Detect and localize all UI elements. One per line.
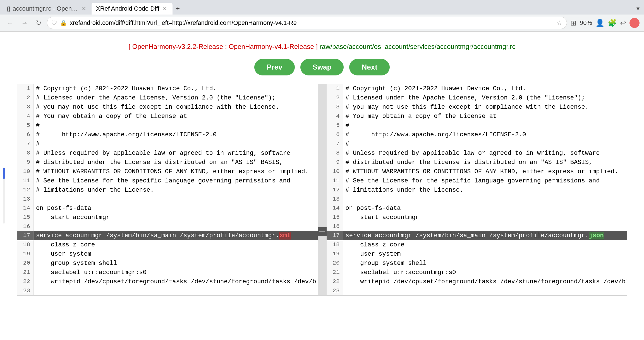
extensions-icon[interactable]: ⊞	[570, 19, 576, 27]
line-number-right-5: 5	[327, 121, 343, 130]
line-number-left-4: 4	[17, 112, 34, 121]
connector-cell-11	[318, 182, 327, 191]
connector-cell-4	[318, 120, 327, 129]
line-content-right-16	[343, 222, 627, 231]
line-number-left-7: 7	[17, 139, 34, 149]
tab1-icon: {}	[7, 6, 10, 12]
tab2-title: XRef Android Code Diff	[96, 5, 159, 12]
line-number-right-12: 12	[327, 186, 343, 195]
tab2-close-button[interactable]: ✕	[162, 5, 168, 12]
diff-line-right-2: 2# Licensed under the Apache License, Ve…	[327, 93, 627, 103]
tab-2[interactable]: XRef Android Code Diff ✕	[92, 3, 173, 15]
line-content-left-17: service accountmgr /system/bin/sa_main /…	[34, 231, 318, 240]
diff-line-left-5: 5#	[17, 121, 318, 130]
line-content-right-19: user system	[343, 249, 627, 259]
prev-button[interactable]: Prev	[254, 59, 295, 75]
connector-cell-5	[318, 129, 327, 138]
line-content-left-20: group system shell	[34, 259, 318, 268]
line-number-right-9: 9	[327, 158, 343, 167]
diff-line-right-8: 8# Unless required by applicable law or …	[327, 149, 627, 158]
new-tab-button[interactable]: +	[173, 2, 183, 15]
line-content-right-4: # You may obtain a copy of the License a…	[343, 112, 627, 121]
diff-line-right-4: 4# You may obtain a copy of the License …	[327, 112, 627, 121]
line-content-left-12: # limitations under the License.	[34, 186, 318, 195]
diff-line-left-16: 16	[17, 222, 318, 231]
line-content-left-23	[34, 286, 318, 295]
diff-line-right-16: 16	[327, 222, 627, 231]
account-icon[interactable]	[629, 18, 640, 28]
connector-cell-21	[318, 272, 327, 281]
line-content-right-15: start accountmgr	[343, 213, 627, 222]
line-content-right-17: service accountmgr /system/bin/sa_main /…	[343, 231, 627, 240]
line-number-right-22: 22	[327, 277, 343, 286]
line-content-right-6: # http://www.apache.org/licenses/LICENSE…	[343, 130, 627, 139]
line-content-right-13	[343, 195, 627, 204]
line-number-left-11: 11	[17, 176, 34, 186]
line-number-right-20: 20	[327, 259, 343, 268]
line-number-right-19: 19	[327, 249, 343, 259]
line-content-right-8: # Unless required by applicable law or a…	[343, 149, 627, 158]
line-content-right-21: seclabel u:r:accountmgr:s0	[343, 268, 627, 277]
profile-icon[interactable]: 👤	[595, 19, 604, 27]
line-number-right-13: 13	[327, 195, 343, 204]
connector-cell-16	[318, 227, 327, 236]
history-icon[interactable]: ↩	[620, 19, 626, 27]
line-content-left-8: # Unless required by applicable law or a…	[34, 149, 318, 158]
diff-line-left-12: 12# limitations under the License.	[17, 186, 318, 195]
line-content-right-5: #	[343, 121, 627, 130]
line-content-left-14: on post-fs-data	[34, 204, 318, 213]
diff-line-left-3: 3# you may not use this file except in c…	[17, 103, 318, 112]
connector-cell-8	[318, 156, 327, 165]
line-content-left-11: # See the License for the specific langu…	[34, 176, 318, 186]
diff-line-right-12: 12# limitations under the License.	[327, 186, 627, 195]
line-content-left-7: #	[34, 139, 318, 149]
puzzle-icon[interactable]: 🧩	[608, 19, 617, 27]
diff-line-left-10: 10# WITHOUT WARRANTIES OR CONDITIONS OF …	[17, 167, 318, 176]
diff-line-left-1: 1# Copyright (c) 2021-2022 Huawei Device…	[17, 84, 318, 93]
line-number-right-15: 15	[327, 213, 343, 222]
refresh-button[interactable]: ↻	[33, 17, 44, 29]
line-content-left-18: class z_core	[34, 240, 318, 249]
line-content-right-3: # you may not use this file except in co…	[343, 103, 627, 112]
url-bar[interactable]: 🛡 🔒 xrefandroid.com/diff/diff.html?url_l…	[47, 17, 567, 29]
diff-line-left-2: 2# Licensed under the Apache License, Ve…	[17, 93, 318, 103]
tab-dropdown-button[interactable]: ▾	[634, 3, 642, 15]
connector-cell-20	[318, 263, 327, 272]
line-number-right-14: 14	[327, 204, 343, 213]
diff-line-right-13: 13	[327, 195, 627, 204]
lock-icon: 🔒	[60, 20, 67, 26]
line-number-right-23: 23	[327, 286, 343, 295]
line-number-left-8: 8	[17, 149, 34, 158]
tab-1[interactable]: {} accountmgr.rc - OpenGrok c ✕	[2, 3, 92, 15]
tab1-close-button[interactable]: ✕	[81, 5, 87, 12]
diff-changed-word-left: xml	[279, 232, 291, 239]
connector-cell-0	[318, 84, 327, 93]
diff-line-right-19: 19 user system	[327, 249, 627, 259]
line-content-right-22: writepid /dev/cpuset/foreground/tasks /d…	[343, 277, 627, 286]
page-content: [ OpenHarmony-v3.2.2-Release : OpenHarmo…	[0, 32, 644, 301]
scroll-thumb[interactable]	[3, 168, 5, 179]
next-button[interactable]: Next	[349, 59, 389, 75]
diff-line-left-4: 4# You may obtain a copy of the License …	[17, 112, 318, 121]
line-number-left-15: 15	[17, 213, 34, 222]
forward-button[interactable]: →	[19, 17, 30, 29]
diff-line-right-1: 1# Copyright (c) 2021-2022 Huawei Device…	[327, 84, 627, 93]
diff-line-left-23: 23	[17, 286, 318, 295]
swap-button[interactable]: Swap	[300, 59, 344, 75]
connector-cell-10	[318, 173, 327, 182]
diff-line-left-14: 14on post-fs-data	[17, 204, 318, 213]
diff-line-right-10: 10# WITHOUT WARRANTIES OR CONDITIONS OF …	[327, 167, 627, 176]
url-text[interactable]: xrefandroid.com/diff/diff.html?url_left=…	[70, 19, 554, 27]
scroll-indicator[interactable]	[3, 168, 5, 224]
diff-line-right-14: 14on post-fs-data	[327, 204, 627, 213]
bookmark-star-icon[interactable]: ☆	[557, 19, 562, 27]
diff-line-left-15: 15 start accountmgr	[17, 213, 318, 222]
line-content-right-9: # distributed under the License is distr…	[343, 158, 627, 167]
connector-cell-13	[318, 200, 327, 209]
line-content-left-1: # Copyright (c) 2021-2022 Huawei Device …	[34, 84, 318, 93]
line-content-right-18: class z_core	[343, 240, 627, 249]
line-number-right-3: 3	[327, 103, 343, 112]
connector-cell-22	[318, 281, 327, 290]
back-button[interactable]: ←	[4, 17, 16, 29]
line-number-left-22: 22	[17, 277, 34, 286]
